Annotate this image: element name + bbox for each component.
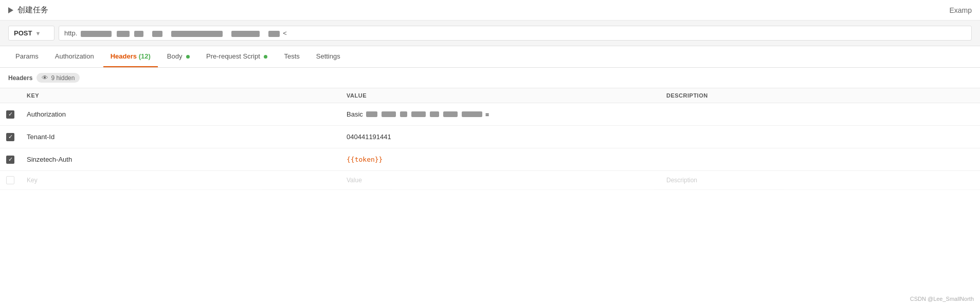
expand-icon[interactable] — [8, 7, 13, 13]
desc-placeholder: Description — [660, 171, 980, 189]
url-input[interactable]: http. < — [59, 26, 972, 41]
tabs-bar: Params Authorization Headers (12) Body P… — [0, 46, 980, 68]
headers-section: Headers 👁 9 hidden — [0, 68, 980, 88]
value-tenant-id: 040441191441 — [340, 128, 660, 146]
url-blur-1 — [81, 31, 112, 37]
table-header-row: KEY VALUE DESCRIPTION — [0, 88, 980, 103]
tab-headers[interactable]: Headers (12) — [103, 46, 158, 67]
val-blur-1 — [366, 111, 377, 117]
body-dot — [186, 55, 190, 59]
key-tenant-id: Tenant-Id — [21, 128, 340, 146]
key-placeholder: Key — [21, 171, 340, 189]
method-dropdown[interactable]: POST ▼ — [8, 26, 55, 41]
check-icon: ✓ — [8, 134, 13, 140]
key-authorization: Authorization — [21, 105, 340, 123]
table-row: ✓ Authorization Basic ≡ — [0, 103, 980, 126]
url-blur-3 — [134, 31, 143, 37]
hidden-count-label: 9 hidden — [51, 74, 75, 82]
row-checkbox-empty[interactable] — [0, 171, 21, 189]
url-blur-2 — [117, 31, 130, 37]
value-tenant-id-text: 040441191441 — [347, 133, 391, 141]
tab-tests[interactable]: Tests — [277, 46, 306, 67]
tab-body[interactable]: Body — [160, 46, 197, 67]
url-bar: POST ▼ http. < — [0, 21, 980, 46]
desc-authorization — [660, 109, 980, 120]
value-placeholder: Value — [340, 171, 660, 189]
desc-sinzetech-auth — [660, 155, 980, 165]
tab-pre-request-script[interactable]: Pre-request Script — [199, 46, 275, 67]
breadcrumb: 创建任务 — [8, 5, 48, 15]
example-label: Examp — [949, 6, 972, 14]
checkbox-empty[interactable] — [6, 176, 14, 184]
tab-settings[interactable]: Settings — [309, 46, 348, 67]
table-row-partial: Key Value Description — [0, 171, 980, 190]
col-value: VALUE — [340, 88, 660, 103]
row-checkbox-sinzetech-auth[interactable]: ✓ — [0, 150, 21, 169]
val-blur-2 — [382, 111, 396, 117]
url-blur-6 — [231, 31, 260, 37]
pre-request-dot — [264, 55, 267, 59]
val-blur-4 — [411, 111, 426, 117]
chevron-down-icon: ▼ — [35, 30, 41, 36]
headers-table: KEY VALUE DESCRIPTION ✓ Authorization Ba… — [0, 88, 980, 190]
val-blur-5 — [430, 111, 439, 117]
val-blur-6 — [443, 111, 458, 117]
top-bar: 创建任务 Examp — [0, 0, 980, 21]
eye-icon: 👁 — [42, 74, 48, 82]
val-blur-3 — [400, 111, 407, 117]
checkbox-sinzetech-auth[interactable]: ✓ — [6, 156, 14, 164]
url-blur-5 — [171, 31, 223, 37]
row-checkbox-tenant-id[interactable]: ✓ — [0, 128, 21, 146]
table-row: ✓ Tenant-Id 040441191441 — [0, 126, 980, 148]
col-key: KEY — [21, 88, 340, 103]
val-blur-7 — [462, 111, 482, 117]
check-icon: ✓ — [8, 157, 13, 162]
headers-count: (12) — [139, 52, 151, 60]
method-label: POST — [14, 29, 32, 37]
tab-params[interactable]: Params — [8, 46, 46, 67]
table-row: ✓ Sinzetech-Auth {{token}} — [0, 148, 980, 171]
desc-tenant-id — [660, 132, 980, 142]
checkbox-tenant-id[interactable]: ✓ — [6, 133, 14, 141]
url-blur-7 — [268, 31, 280, 37]
url-text: http. < — [64, 29, 287, 37]
checkbox-authorization[interactable]: ✓ — [6, 110, 14, 119]
check-icon: ✓ — [8, 111, 13, 117]
page-title: 创建任务 — [17, 5, 48, 15]
headers-label: Headers — [8, 74, 32, 82]
col-description: DESCRIPTION — [660, 88, 980, 103]
row-checkbox-authorization[interactable]: ✓ — [0, 105, 21, 124]
hidden-headers-badge[interactable]: 👁 9 hidden — [37, 73, 80, 83]
col-checkbox — [0, 88, 21, 103]
value-sinzetech-auth: {{token}} — [340, 150, 660, 168]
value-authorization: Basic ≡ — [340, 105, 660, 123]
key-sinzetech-auth: Sinzetech-Auth — [21, 150, 340, 168]
url-blur-4 — [152, 31, 162, 37]
tab-authorization[interactable]: Authorization — [48, 46, 101, 67]
